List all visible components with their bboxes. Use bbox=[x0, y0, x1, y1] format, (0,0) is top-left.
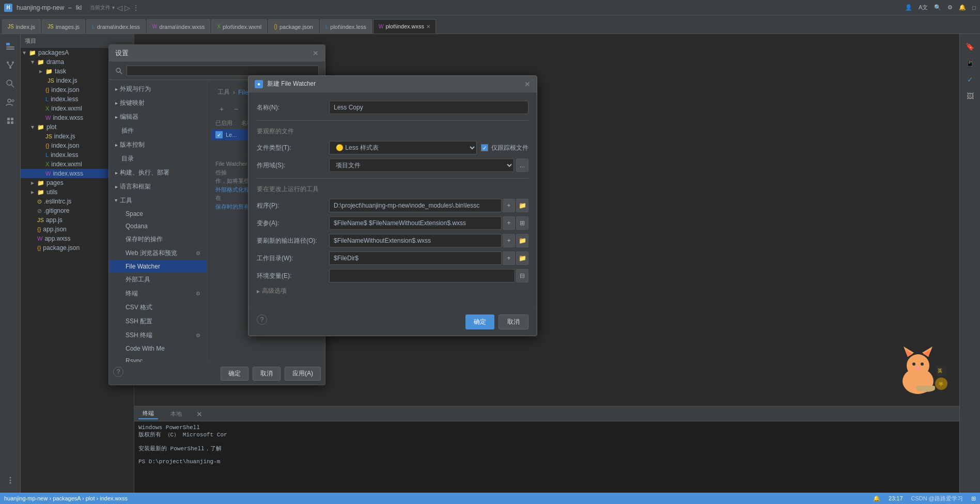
status-path[interactable]: huanjing-mp-new › packagesA › plot › ind… bbox=[4, 495, 128, 501]
fw-program-folder-btn[interactable]: 📁 bbox=[516, 199, 528, 212]
svg-rect-1 bbox=[6, 46, 14, 48]
remove-watcher-btn[interactable]: − bbox=[230, 103, 242, 115]
right-icon-bookmark[interactable]: 🔖 bbox=[962, 38, 978, 55]
fw-program-input[interactable] bbox=[329, 199, 502, 212]
nav-item-file-watcher[interactable]: File Watcher bbox=[109, 260, 207, 273]
tab-plot-less[interactable]: L plot\index.less bbox=[320, 19, 372, 34]
sidebar-icon-search[interactable] bbox=[2, 75, 19, 92]
fw-args-add-btn[interactable]: + bbox=[503, 216, 515, 230]
fw-only-root-checkbox[interactable]: ✓ bbox=[481, 144, 488, 151]
nav-item-plugins[interactable]: 插件 bbox=[109, 124, 207, 138]
right-icon-check[interactable]: ✓ bbox=[962, 71, 978, 88]
nav-item-qodana[interactable]: Qodana bbox=[109, 220, 207, 232]
fw-help-btn[interactable]: ? bbox=[257, 314, 267, 325]
label-drama-indexwxss: index.wxss bbox=[53, 114, 83, 121]
fw-program-add-btn[interactable]: + bbox=[503, 199, 515, 212]
fw-env-input[interactable] bbox=[329, 269, 515, 282]
tab-plot-wxml[interactable]: X plot\index.wxml bbox=[211, 19, 267, 34]
nav-item-ssh-terminal[interactable]: SSH 终端 ⚙ bbox=[109, 328, 207, 342]
tab-index-js[interactable]: JS index.js bbox=[2, 19, 41, 34]
fw-cancel-btn[interactable]: 取消 bbox=[499, 314, 528, 329]
nav-group-lang[interactable]: ▸ 语言和框架 bbox=[109, 180, 207, 194]
nav-item-rsync[interactable]: Rsync bbox=[109, 355, 207, 362]
nav-group-build[interactable]: ▸ 构建、执行、部署 bbox=[109, 166, 207, 180]
more-options-btn[interactable]: ⋮ bbox=[132, 4, 139, 12]
tab-plot-wxss[interactable]: W plot\index.wxss ✕ bbox=[373, 19, 436, 34]
nav-item-web-browser[interactable]: Web 浏览器和预览 ⚙ bbox=[109, 246, 207, 260]
sidebar-icon-git[interactable] bbox=[2, 57, 19, 73]
tab-images-js[interactable]: JS images.js bbox=[42, 19, 85, 34]
translate-btn[interactable]: A文 bbox=[919, 4, 928, 11]
fw-dialog-close-btn[interactable]: ✕ bbox=[524, 80, 531, 88]
settings-cancel-btn[interactable]: 取消 bbox=[253, 367, 281, 381]
nav-item-code-with-me[interactable]: Code With Me bbox=[109, 342, 207, 355]
nav-item-directory[interactable]: 目录 bbox=[109, 152, 207, 166]
nav-item-ssh-config[interactable]: SSH 配置 bbox=[109, 314, 207, 328]
settings-ok-btn[interactable]: 确定 bbox=[221, 367, 248, 381]
nav-group-appearance[interactable]: ▸ 外观与行为 bbox=[109, 82, 207, 96]
add-watcher-btn[interactable]: + bbox=[215, 103, 228, 115]
fw-filetype-select[interactable]: 🟡 Less 样式表 bbox=[329, 141, 477, 154]
fw-output-input[interactable] bbox=[329, 234, 502, 247]
fw-ok-btn[interactable]: 确定 bbox=[465, 314, 494, 329]
tab-package-json[interactable]: {} package.json bbox=[268, 19, 319, 34]
terminal-tab-local[interactable]: 本地 bbox=[166, 409, 186, 419]
profile-btn[interactable]: 👤 bbox=[905, 4, 912, 11]
fw-args-input[interactable] bbox=[329, 216, 502, 230]
search-global-btn[interactable]: 🔍 bbox=[934, 4, 941, 11]
fw-workdir-folder-btn[interactable]: 📁 bbox=[516, 251, 528, 265]
notification-btn[interactable]: 🔔 bbox=[959, 4, 966, 11]
file-icon-json1: {} bbox=[45, 87, 49, 93]
fw-advanced-row[interactable]: ▸ 高级选项 bbox=[257, 287, 528, 295]
nav-item-external-tools[interactable]: 外部工具 bbox=[109, 273, 207, 287]
fw-name-input[interactable] bbox=[329, 101, 528, 114]
top-nav-btn[interactable]: 当前文件 ▾ bbox=[90, 4, 115, 11]
settings-apply-btn[interactable]: 应用(A) bbox=[285, 367, 321, 381]
sidebar-icon-project[interactable] bbox=[2, 38, 19, 55]
fw-workdir-add-btn[interactable]: + bbox=[503, 251, 515, 265]
svg-line-20 bbox=[120, 72, 122, 74]
fw-scope-extra-btn[interactable]: ... bbox=[516, 159, 528, 172]
nav-group-tools[interactable]: ▸ 工具 bbox=[109, 194, 207, 208]
fw-scope-select[interactable]: 项目文件 bbox=[329, 159, 514, 172]
tab-close-plot-wxss[interactable]: ✕ bbox=[426, 24, 430, 29]
settings-btn[interactable]: ⚙ bbox=[947, 4, 953, 11]
nav-group-keymap[interactable]: ▸ 按键映射 bbox=[109, 96, 207, 110]
settings-help-btn[interactable]: ? bbox=[113, 367, 123, 377]
fw-workdir-row: 工作目录(W): + 📁 bbox=[257, 251, 528, 265]
settings-close-btn[interactable]: ✕ bbox=[313, 49, 319, 57]
settings-title-bar: 设置 ✕ bbox=[109, 45, 325, 61]
terminal-tab-terminal[interactable]: 终端 bbox=[138, 408, 158, 419]
status-time: 23:17 bbox=[889, 495, 903, 501]
fw-output-add-btn[interactable]: + bbox=[503, 234, 515, 247]
fw-workdir-input[interactable] bbox=[329, 251, 502, 265]
right-panel-btn[interactable]: □ bbox=[972, 5, 976, 11]
search-icon-settings bbox=[115, 67, 122, 74]
sidebar-icon-more[interactable] bbox=[2, 472, 19, 489]
back-btn[interactable]: ◁ bbox=[117, 4, 122, 12]
status-notification-icon[interactable]: 🔔 bbox=[873, 495, 880, 502]
nav-item-csv[interactable]: CSV 格式 bbox=[109, 301, 207, 314]
nav-item-save-actions[interactable]: 保存时的操作 bbox=[109, 232, 207, 246]
nav-label-external-tools: 外部工具 bbox=[126, 275, 150, 284]
fw-env-clear-btn[interactable]: ⊟ bbox=[516, 269, 528, 282]
terminal-close-btn[interactable]: ✕ bbox=[194, 410, 205, 418]
fw-args-expand-btn[interactable]: ⊞ bbox=[516, 216, 528, 230]
right-icon-phone[interactable]: 📱 bbox=[962, 55, 978, 71]
right-icon-image[interactable]: 🖼 bbox=[962, 88, 978, 104]
nav-group-vcs[interactable]: ▸ 版本控制 bbox=[109, 138, 207, 152]
main-layout: 项目 ▾ 📁 packagesA ▾ 📁 drama ▸ 📁 task JS i… bbox=[0, 34, 980, 493]
fw-output-folder-btn[interactable]: 📁 bbox=[516, 234, 528, 247]
sidebar-icon-plugins[interactable] bbox=[2, 113, 19, 129]
nav-item-terminal[interactable]: 终端 ⚙ bbox=[109, 287, 207, 301]
settings-search-input[interactable] bbox=[127, 66, 319, 76]
tab-drama-wxss[interactable]: W drama\index.wxss bbox=[147, 19, 211, 34]
watcher-checkbox-0[interactable]: ✓ bbox=[215, 131, 223, 138]
nav-group-editor[interactable]: ▸ 编辑器 bbox=[109, 110, 207, 124]
tab-drama-less[interactable]: L drama\index.less bbox=[86, 19, 146, 34]
file-icon-wxml2: X bbox=[45, 161, 49, 167]
sidebar-icon-users[interactable] bbox=[2, 94, 19, 111]
status-windows-icon[interactable]: ⊞ bbox=[971, 495, 976, 502]
nav-item-space[interactable]: Space bbox=[109, 208, 207, 220]
forward-btn[interactable]: ▷ bbox=[125, 4, 130, 12]
